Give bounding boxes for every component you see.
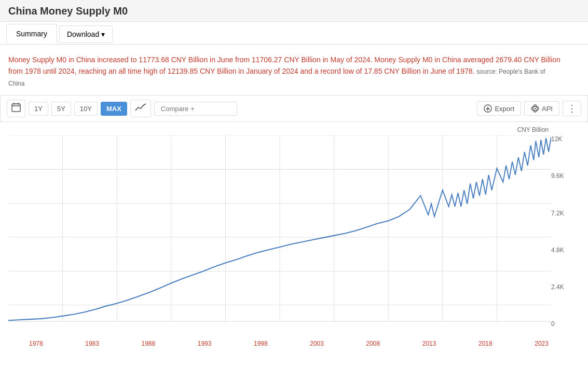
calendar-icon <box>11 103 21 112</box>
x-axis-labels: 1978 1983 1988 1993 1998 2003 2008 2013 … <box>8 338 580 347</box>
export-button[interactable]: Export <box>477 101 521 116</box>
api-icon <box>531 104 539 113</box>
line-chart-svg <box>8 135 551 338</box>
x-label-2023: 2023 <box>535 340 549 347</box>
y-label-9.6k: 9.6K <box>551 172 580 180</box>
tab-download[interactable]: Download ▾ <box>59 25 113 43</box>
x-label-2008: 2008 <box>366 340 380 347</box>
more-options-button[interactable]: ⋮ <box>563 101 581 116</box>
x-label-2003: 2003 <box>310 340 324 347</box>
period-max-button[interactable]: MAX <box>101 102 127 116</box>
export-icon <box>484 104 492 113</box>
page-title: China Money Supply M0 <box>0 0 588 22</box>
y-label-12k: 12K <box>551 135 580 143</box>
chart-toolbar: 1Y 5Y 10Y MAX Export API ⋮ <box>0 95 588 122</box>
export-label: Export <box>495 105 514 113</box>
svg-point-8 <box>535 108 536 110</box>
chart-type-button[interactable] <box>130 100 151 117</box>
period-10y-button[interactable]: 10Y <box>74 102 98 116</box>
y-label-4.8k: 4.8K <box>551 247 580 254</box>
chart-container: CNY Billion <box>0 122 588 356</box>
download-label: Download <box>67 30 99 38</box>
period-5y-button[interactable]: 5Y <box>51 102 71 116</box>
api-label: API <box>542 105 553 113</box>
chart-area: 0 2.4K 4.8K 7.2K 9.6K 12K <box>8 135 580 338</box>
x-label-1998: 1998 <box>254 340 268 347</box>
chart-unit-label: CNY Billion <box>8 122 580 135</box>
x-label-2018: 2018 <box>478 340 493 347</box>
tab-summary[interactable]: Summary <box>6 24 57 44</box>
x-label-2013: 2013 <box>422 340 436 347</box>
y-label-7.2k: 7.2K <box>551 210 580 217</box>
period-1y-button[interactable]: 1Y <box>29 102 48 116</box>
y-label-2.4k: 2.4K <box>551 283 580 291</box>
compare-input[interactable] <box>154 102 237 116</box>
y-label-0: 0 <box>551 320 580 328</box>
x-label-1993: 1993 <box>198 340 212 347</box>
x-label-1988: 1988 <box>142 340 156 347</box>
y-axis-labels: 0 2.4K 4.8K 7.2K 9.6K 12K <box>551 135 580 338</box>
api-button[interactable]: API <box>524 101 559 116</box>
x-label-1978: 1978 <box>29 340 43 347</box>
tab-bar: Summary Download ▾ <box>0 22 588 45</box>
line-chart-icon <box>135 103 146 112</box>
calendar-icon-button[interactable] <box>7 100 25 117</box>
chevron-down-icon: ▾ <box>101 30 105 38</box>
summary-section: Money Supply M0 in China increased to 11… <box>0 45 571 95</box>
x-label-1983: 1983 <box>85 340 99 347</box>
svg-rect-0 <box>12 104 20 112</box>
